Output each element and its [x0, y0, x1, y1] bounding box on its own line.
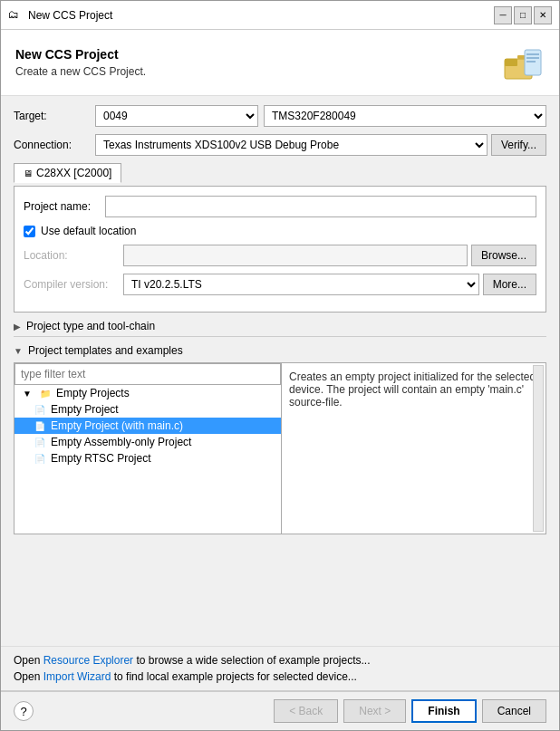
- compiler-version-row: Compiler version: TI v20.2.5.LTS More...: [24, 274, 536, 295]
- project-name-label: Project name:: [24, 200, 105, 213]
- footer-line2-suffix: to find local example projects for selec…: [111, 670, 356, 683]
- footer-line1: Open Resource Explorer to browse a wide …: [14, 654, 546, 667]
- project-name-row: Project name: test: [24, 196, 536, 217]
- next-button[interactable]: Next >: [343, 699, 406, 723]
- project-templates-section-header[interactable]: ▼ Project templates and examples: [14, 344, 546, 357]
- connection-select[interactable]: Texas Instruments XDS100v2 USB Debug Pro…: [95, 134, 488, 156]
- title-bar-controls: ─ □ ✕: [494, 6, 552, 24]
- verify-button[interactable]: Verify...: [491, 134, 546, 156]
- help-button[interactable]: ?: [14, 701, 34, 721]
- description-text: Creates an empty project initialized for…: [289, 370, 536, 409]
- finish-button[interactable]: Finish: [411, 699, 476, 723]
- expand-icon: ▼: [20, 387, 34, 399]
- main-content: Target: 0049 TMS320F280049 Connection: T…: [1, 96, 559, 646]
- tree-item-label: Empty Projects: [56, 387, 130, 399]
- connection-row: Connection: Texas Instruments XDS100v2 U…: [14, 134, 546, 156]
- use-default-location-checkbox[interactable]: [24, 226, 35, 237]
- folder-icon: 📁: [38, 387, 53, 399]
- tab-content: Project name: test Use default location …: [14, 186, 546, 313]
- minimize-button[interactable]: ─: [494, 6, 512, 24]
- dialog-title: New CCS Project: [15, 47, 146, 62]
- dialog-icon: 🗂: [8, 8, 23, 23]
- target-row: Target: 0049 TMS320F280049: [14, 105, 546, 127]
- title-bar: 🗂 New CCS Project ─ □ ✕: [1, 1, 559, 30]
- cancel-button[interactable]: Cancel: [482, 699, 546, 723]
- resource-explorer-link[interactable]: Resource Explorer: [43, 654, 133, 667]
- compiler-version-select[interactable]: TI v20.2.5.LTS: [123, 274, 479, 295]
- target-device-select[interactable]: TMS320F280049: [264, 105, 546, 127]
- project-templates-triangle: ▼: [14, 346, 23, 356]
- svg-rect-6: [526, 61, 536, 63]
- new-ccs-project-dialog: 🗂 New CCS Project ─ □ ✕ New CCS Project …: [0, 0, 560, 731]
- close-button[interactable]: ✕: [534, 6, 552, 24]
- c28xx-tab[interactable]: 🖥 C28XX [C2000]: [14, 163, 121, 183]
- location-row: Location: C:\Users\lyj19\workspace_v10\t…: [24, 245, 536, 266]
- svg-rect-4: [526, 53, 539, 55]
- file-icon: 📄: [33, 436, 47, 448]
- tree-item-label: Empty Assembly-only Project: [51, 436, 191, 448]
- location-label: Location:: [24, 249, 123, 262]
- file-icon: 📄: [33, 419, 47, 432]
- divider1: [14, 336, 546, 337]
- file-icon: 📄: [33, 403, 47, 416]
- tree-item-label: Empty Project: [51, 403, 119, 416]
- project-type-label: Project type and tool-chain: [26, 320, 155, 332]
- footer-line1-prefix: Open: [14, 654, 43, 667]
- scrollbar[interactable]: [533, 365, 544, 532]
- tree-item-empty-projects[interactable]: ▼ 📁 Empty Projects: [14, 385, 281, 401]
- file-icon: 📄: [33, 452, 47, 465]
- tab-icon: 🖥: [24, 168, 33, 178]
- header-section: New CCS Project Create a new CCS Project…: [1, 30, 559, 96]
- title-bar-text: New CCS Project: [28, 9, 112, 22]
- tree-item-empty-rtsc[interactable]: 📄 Empty RTSC Project: [14, 450, 281, 466]
- footer-links: Open Resource Explorer to browse a wide …: [1, 646, 559, 690]
- description-panel: Creates an empty project initialized for…: [282, 363, 546, 534]
- templates-container: ▼ 📁 Empty Projects 📄 Empty Project 📄 Emp…: [14, 362, 546, 534]
- project-templates-label: Project templates and examples: [28, 344, 183, 357]
- import-wizard-link[interactable]: Import Wizard: [43, 670, 111, 683]
- compiler-version-label: Compiler version:: [24, 278, 123, 291]
- target-select[interactable]: 0049: [95, 105, 258, 127]
- tab-row: 🖥 C28XX [C2000]: [14, 163, 546, 182]
- browse-button[interactable]: Browse...: [471, 245, 536, 266]
- use-default-location-row: Use default location: [24, 225, 536, 237]
- svg-rect-5: [526, 57, 539, 59]
- tree-item-label: Empty Project (with main.c): [51, 419, 183, 432]
- footer-line2-prefix: Open: [14, 670, 43, 683]
- dialog-subtitle: Create a new CCS Project.: [15, 65, 146, 78]
- svg-rect-1: [505, 59, 517, 66]
- project-type-section-header[interactable]: ▶ Project type and tool-chain: [14, 320, 546, 332]
- tree-item-empty-assembly[interactable]: 📄 Empty Assembly-only Project: [14, 434, 281, 450]
- location-input: C:\Users\lyj19\workspace_v10\test: [123, 245, 468, 266]
- button-bar: ? < Back Next > Finish Cancel: [1, 691, 559, 730]
- tree-item-label: Empty RTSC Project: [51, 452, 150, 465]
- maximize-button[interactable]: □: [514, 6, 532, 24]
- tree-item-empty-project[interactable]: 📄 Empty Project: [14, 401, 281, 418]
- more-button[interactable]: More...: [483, 274, 536, 295]
- back-button[interactable]: < Back: [274, 699, 338, 723]
- connection-label: Connection:: [14, 139, 95, 151]
- filter-input[interactable]: [14, 363, 281, 385]
- tree-panel: ▼ 📁 Empty Projects 📄 Empty Project 📄 Emp…: [14, 363, 282, 534]
- header-icon: [501, 41, 545, 84]
- title-bar-left: 🗂 New CCS Project: [8, 8, 112, 23]
- button-bar-right: < Back Next > Finish Cancel: [274, 699, 546, 723]
- project-name-input[interactable]: test: [105, 196, 536, 217]
- use-default-location-label: Use default location: [41, 225, 136, 237]
- footer-line2: Open Import Wizard to find local example…: [14, 670, 546, 683]
- header-text: New CCS Project Create a new CCS Project…: [15, 47, 146, 78]
- footer-line1-suffix: to browse a wide selection of example pr…: [133, 654, 370, 667]
- templates-section: ▼ 📁 Empty Projects 📄 Empty Project 📄 Emp…: [14, 362, 546, 534]
- tab-label: C28XX [C2000]: [36, 167, 111, 179]
- project-type-triangle: ▶: [14, 322, 21, 332]
- target-label: Target:: [14, 110, 95, 122]
- tree-item-empty-project-main[interactable]: 📄 Empty Project (with main.c): [14, 418, 281, 434]
